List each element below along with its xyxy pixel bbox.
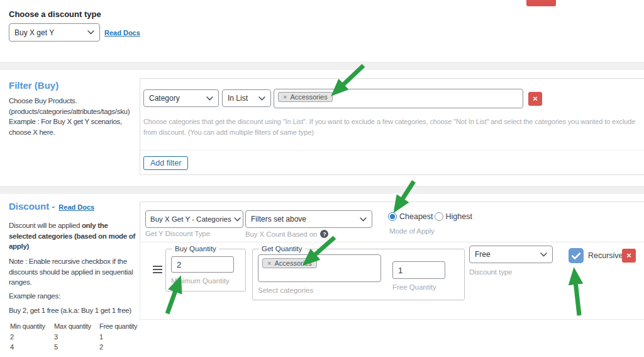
get-y-discount-type-value: Buy X Get Y - Categories (150, 215, 231, 223)
free-quantity-column: Free Quantity (392, 254, 445, 294)
filter-categories-input[interactable]: × Accessories (274, 89, 523, 108)
chip-remove-icon[interactable]: × (267, 259, 271, 267)
get-quantity-legend: Get Quantity (259, 245, 305, 252)
chevron-down-icon (360, 217, 367, 222)
mode-of-apply-label: Mode of Apply (389, 227, 435, 235)
buy-x-count-select[interactable]: Filters set above (245, 210, 372, 228)
description-line: choose X here. (9, 127, 130, 138)
filter-type-select[interactable]: Category (143, 89, 219, 107)
table-cell: 3 (54, 332, 99, 343)
example-ranges-text: Buy 2, get 1 free (a.k.a: Buy 1 get 1 fr… (9, 305, 131, 316)
chevron-down-icon (258, 96, 265, 101)
description-line: apply) (9, 241, 135, 252)
buy-quantity-fieldset: Buy Quantity Minimum Quantity (165, 245, 246, 292)
remove-range-button[interactable]: × (622, 249, 636, 263)
recursive-note: Note : Enable recursive checkbox if the … (9, 256, 133, 288)
table-cell: 4 (10, 342, 54, 353)
chevron-down-icon (87, 30, 94, 35)
table-cell: 5 (54, 342, 99, 353)
table-cell: 1 (99, 332, 143, 343)
description-line: Discount will be applied only the (9, 220, 135, 231)
discount-type-value: Buy X get Y (14, 28, 54, 37)
filter-operator-select[interactable]: In List (222, 89, 271, 107)
select-categories-label: Select categories (258, 286, 381, 294)
filter-section-description: Choose Buy Products. (products/categorie… (9, 96, 130, 137)
category-chip[interactable]: × Accessories (278, 92, 333, 102)
discount-type-label: Choose a discount type (9, 9, 101, 19)
save-button-partial[interactable] (526, 0, 556, 6)
table-cell: 2 (99, 342, 143, 353)
get-quantity-fieldset: Get Quantity × Accessories Select catego… (252, 245, 465, 300)
highest-radio[interactable] (435, 212, 443, 221)
discount-type-value: Free (475, 250, 491, 259)
example-ranges-label: Example ranges: (9, 291, 60, 302)
filter-operator-value: In List (228, 94, 248, 103)
mode-of-apply-radios: Cheapest Highest (388, 212, 472, 221)
buy-quantity-input[interactable] (171, 256, 234, 273)
discount-section-title-row: Discount - Read Docs (9, 201, 94, 212)
description-line: (products/categories/attributes/tags/sku… (9, 106, 130, 117)
buy-x-count-value: Filters set above (251, 215, 306, 224)
note-line: Note : Enable recursive checkbox if the (9, 256, 133, 267)
chevron-down-icon (540, 252, 547, 257)
filter-helper-text: Choose categories that get the discount … (143, 116, 641, 138)
chevron-down-icon (234, 217, 241, 222)
get-y-discount-type-select[interactable]: Buy X Get Y - Categories (145, 210, 243, 228)
description-line: Example : For Buy X get Y scenarios, (9, 116, 130, 127)
note-line: ranges. (9, 277, 133, 288)
example-ranges-table: Min quantity Max quantity Free quantity … (10, 321, 143, 353)
recursive-checkbox[interactable] (569, 248, 584, 263)
remove-filter-button[interactable]: × (528, 92, 542, 106)
table-header: Max quantity (54, 321, 99, 332)
section-divider (0, 186, 644, 194)
card-divider (140, 150, 644, 150)
discount-type-select[interactable]: Buy X get Y (9, 23, 100, 42)
cheapest-radio[interactable] (388, 212, 397, 221)
cheapest-radio-label[interactable]: Cheapest (399, 212, 433, 221)
discount-type-label: Discount type (469, 268, 512, 276)
minimum-quantity-label: Minimum Quantity (171, 277, 240, 285)
chevron-down-icon (206, 96, 213, 101)
description-line: selected categories (based on mode of (9, 231, 135, 242)
highest-radio-label[interactable]: Highest (446, 212, 472, 221)
discount-section-title: Discount - (9, 201, 55, 212)
note-line: discounts should be applied in sequentia… (9, 267, 133, 278)
discount-description: Discount will be applied only the select… (9, 220, 135, 252)
description-line: Choose Buy Products. (9, 96, 130, 106)
chip-label: Accessories (274, 259, 311, 267)
section-divider (0, 62, 644, 70)
get-categories-input[interactable]: × Accessories (258, 254, 381, 282)
discount-type-select[interactable]: Free (469, 246, 553, 263)
checkmark-icon (572, 252, 580, 259)
read-docs-link[interactable]: Read Docs (58, 203, 94, 211)
get-y-discount-type-label: Get Y Discount Type (145, 230, 210, 237)
buy-quantity-legend: Buy Quantity (172, 245, 219, 252)
add-filter-button[interactable]: Add filter (143, 156, 188, 170)
filter-section-title: Filter (Buy) (9, 80, 58, 91)
discount-card: Buy X Get Y - Categories Filters set abo… (140, 201, 644, 319)
free-quantity-label: Free Quantity (392, 283, 445, 291)
help-icon[interactable]: ? (320, 230, 328, 238)
range-row: Buy Quantity Minimum Quantity Get Quanti… (140, 242, 644, 320)
buy-x-count-label-text: Buy X Count Based on (245, 230, 317, 238)
chip-label: Accessories (290, 93, 327, 101)
drag-handle-icon[interactable] (153, 266, 162, 275)
filter-card: Category In List × Accessories × Choose … (140, 78, 644, 175)
buy-x-count-label: Buy X Count Based on ? (245, 230, 328, 238)
table-cell: 2 (10, 332, 54, 343)
read-docs-link[interactable]: Read Docs (104, 29, 140, 37)
table-header: Free quantity (99, 321, 143, 332)
free-quantity-input[interactable] (392, 261, 445, 279)
chip-remove-icon[interactable]: × (283, 93, 287, 101)
table-header: Min quantity (10, 321, 54, 332)
filter-type-value: Category (149, 94, 180, 103)
category-chip[interactable]: × Accessories (262, 258, 317, 268)
get-categories-column: × Accessories Select categories (258, 254, 381, 294)
